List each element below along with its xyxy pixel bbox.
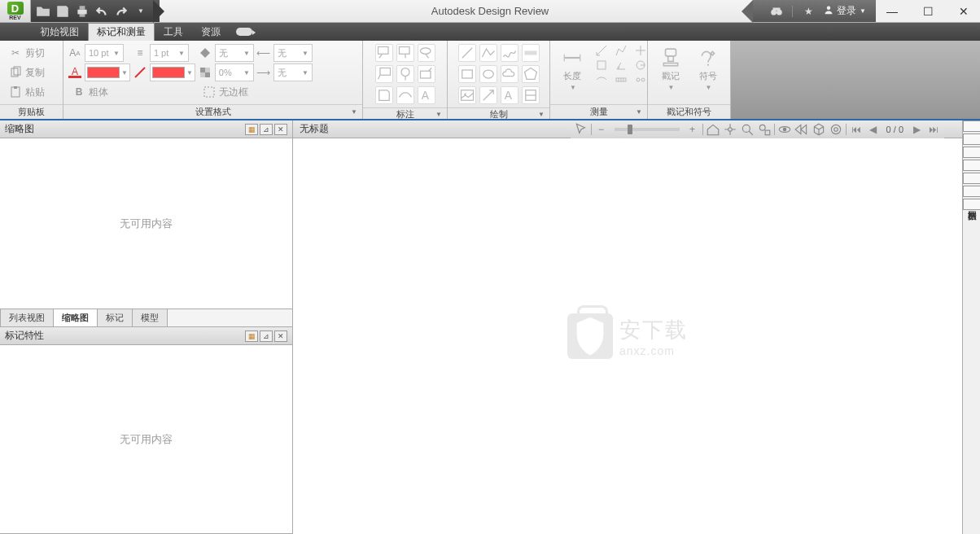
orbit-icon[interactable] — [777, 122, 792, 137]
zoom-window-icon[interactable] — [757, 122, 772, 137]
maximize-button[interactable]: ☐ — [918, 3, 938, 20]
draw-polygon-icon[interactable] — [522, 65, 540, 83]
measure-7-icon[interactable] — [593, 73, 610, 86]
measure-8-icon[interactable] — [612, 73, 630, 86]
undo-icon[interactable] — [94, 4, 109, 19]
draw-highlight-icon[interactable] — [522, 44, 540, 62]
save-icon[interactable] — [55, 4, 70, 19]
canvas-area[interactable]: 安下载 anxz.com — [293, 138, 962, 534]
draw-cloud-icon[interactable] — [501, 65, 518, 83]
callout-8-icon[interactable] — [396, 86, 414, 104]
callout-1-icon[interactable] — [375, 44, 393, 62]
opacity-combo[interactable]: 0%▼ — [215, 63, 254, 81]
canvas-tab-title[interactable]: 无标题 — [300, 122, 329, 136]
open-icon[interactable] — [36, 4, 50, 19]
measure-3-icon[interactable] — [632, 44, 650, 57]
print-icon[interactable] — [75, 4, 90, 19]
font-color-combo[interactable]: ▼ — [85, 63, 130, 81]
tab-resources[interactable]: 资源 — [192, 23, 230, 41]
viewcube-icon[interactable] — [812, 122, 826, 137]
tab-initial-view[interactable]: 初始视图 — [31, 23, 88, 41]
tab-model[interactable]: 模型 — [132, 309, 168, 326]
last-page-icon[interactable]: ⏭ — [926, 122, 941, 137]
pane-close-icon[interactable]: ✕ — [274, 124, 287, 135]
qat-dropdown-icon[interactable]: ▼ — [133, 4, 148, 19]
rtab-sheet-props[interactable]: 图纸特性 — [963, 120, 980, 132]
paste-button[interactable]: 粘贴 — [5, 83, 58, 101]
symbol-button[interactable]: 符号 ▼ — [691, 44, 725, 94]
stamp-button[interactable]: 戳记 ▼ — [654, 44, 688, 94]
draw-line-icon[interactable] — [458, 44, 476, 62]
pane-close-icon-2[interactable]: ✕ — [274, 330, 287, 342]
select-icon[interactable] — [574, 122, 588, 137]
pane-options-icon-2[interactable]: ▦ — [245, 330, 258, 342]
callout-3-icon[interactable] — [418, 44, 435, 62]
pan-icon[interactable] — [723, 122, 737, 137]
line-end-combo[interactable]: 无▼ — [273, 63, 313, 81]
rtab-layers[interactable]: 图层 — [963, 173, 980, 184]
length-button[interactable]: 长度 ▼ — [555, 44, 589, 94]
draw-ellipse-icon[interactable] — [479, 65, 497, 83]
tab-markup[interactable]: 标记 — [97, 309, 133, 326]
next-page-icon[interactable]: ▶ — [909, 122, 924, 137]
draw-more-icon[interactable] — [522, 86, 540, 104]
redo-icon[interactable] — [114, 4, 129, 19]
rewind-icon[interactable] — [794, 122, 809, 137]
callout-9-icon[interactable]: A — [418, 86, 435, 104]
font-size-combo[interactable]: 10 pt▼ — [85, 44, 124, 62]
ribbon-toggle-icon[interactable] — [230, 23, 259, 41]
measure-6-icon[interactable] — [632, 59, 650, 72]
measure-4-icon[interactable] — [593, 59, 610, 72]
callout-6-icon[interactable] — [418, 65, 435, 83]
callout-7-icon[interactable] — [375, 86, 393, 104]
zoom-out-icon[interactable]: − — [594, 122, 609, 137]
draw-rect-icon[interactable] — [458, 65, 476, 83]
tab-markup-measure[interactable]: 标记和测量 — [88, 23, 155, 41]
zoom-slider[interactable] — [615, 128, 680, 131]
tab-tools[interactable]: 工具 — [155, 23, 192, 41]
draw-image-icon[interactable] — [458, 86, 476, 104]
tab-list-view[interactable]: 列表视图 — [0, 309, 54, 326]
pane-pin-icon[interactable]: ⊿ — [260, 124, 273, 135]
rtab-text-data[interactable]: 文本数据 — [963, 186, 980, 197]
home-icon[interactable] — [706, 122, 720, 137]
line-weight-combo[interactable]: 1 pt▼ — [150, 44, 189, 62]
line-color-combo[interactable]: ▼ — [150, 63, 195, 81]
bold-button[interactable]: B粗体 — [68, 83, 130, 101]
draw-freehand-icon[interactable] — [501, 44, 518, 62]
app-logo[interactable]: D REV — [0, 0, 31, 22]
rtab-grid-data[interactable]: 网格数据 — [963, 199, 980, 210]
callout-2-icon[interactable] — [396, 44, 414, 62]
zoom-in-icon[interactable]: + — [685, 122, 700, 137]
cut-button[interactable]: ✂剪切 — [5, 44, 58, 62]
close-button[interactable]: ✕ — [954, 3, 973, 20]
star-icon[interactable]: ★ — [801, 4, 816, 19]
binoculars-icon[interactable] — [769, 4, 784, 19]
login-button[interactable]: 登录 ▼ — [824, 4, 866, 18]
callout-4-icon[interactable] — [375, 65, 393, 83]
svg-rect-1 — [80, 6, 85, 10]
wheel-icon[interactable] — [829, 122, 843, 137]
zoom-icon[interactable] — [740, 122, 755, 137]
measure-1-icon[interactable] — [593, 44, 610, 57]
tab-thumbnails[interactable]: 缩略图 — [53, 309, 98, 326]
pane-options-icon[interactable]: ▦ — [245, 124, 258, 135]
minimize-button[interactable]: — — [882, 3, 902, 20]
fill-combo[interactable]: 无▼ — [215, 44, 254, 62]
rtab-views[interactable]: 视图 — [963, 147, 980, 158]
draw-polyline-icon[interactable] — [479, 44, 497, 62]
pane-pin-icon-2[interactable]: ⊿ — [260, 330, 273, 342]
first-page-icon[interactable]: ⏮ — [849, 122, 864, 137]
rtab-cross-section[interactable]: 横截面 — [963, 160, 980, 171]
prev-page-icon[interactable]: ◀ — [866, 122, 881, 137]
no-border-button[interactable]: 无边框 — [199, 83, 254, 101]
measure-5-icon[interactable] — [612, 59, 630, 72]
measure-9-icon[interactable] — [632, 73, 650, 86]
callout-5-icon[interactable] — [396, 65, 414, 83]
measure-2-icon[interactable] — [612, 44, 630, 57]
draw-text-icon[interactable]: A — [501, 86, 518, 104]
line-start-combo[interactable]: 无▼ — [273, 44, 313, 62]
draw-arrow-icon[interactable] — [479, 86, 497, 104]
copy-button[interactable]: 复制 — [5, 63, 58, 81]
rtab-object-props[interactable]: 对象特性 — [963, 134, 980, 145]
